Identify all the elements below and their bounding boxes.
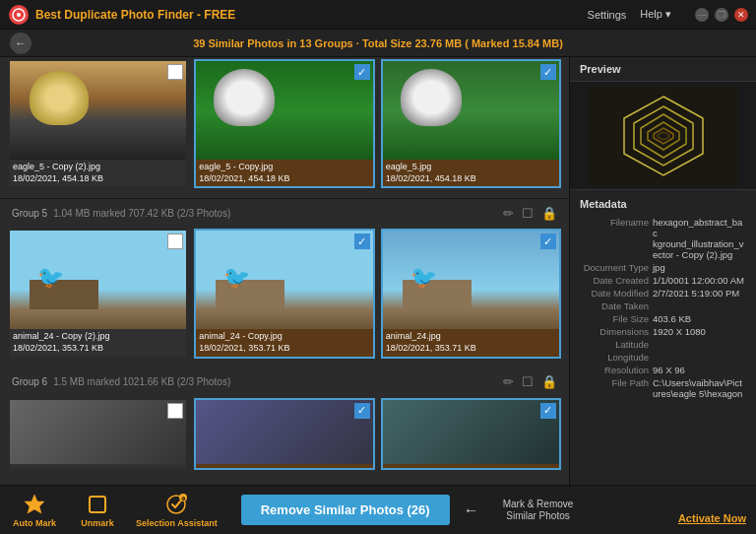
meta-res-row: Resolution 96 X 96 — [570, 364, 756, 376]
photo-thumbnail — [196, 400, 372, 464]
photo-checkbox[interactable] — [167, 64, 183, 80]
photo-checkbox[interactable]: ✓ — [540, 234, 556, 249]
group-stats: 1.04 MB marked 707.42 KB (2/3 Photos) — [53, 208, 230, 219]
unmark-icon — [86, 493, 109, 516]
photo-panel[interactable]: eagle_5 - Copy (2).jpg18/02/2021, 454.18… — [0, 57, 569, 485]
photo-checkbox[interactable] — [167, 403, 183, 419]
meta-modified-row: Date Modified 2/7/2021 5:19:00 PM — [570, 287, 756, 300]
photo-checkbox[interactable] — [167, 234, 183, 249]
preview-image-area — [570, 82, 756, 190]
photo-item[interactable] — [8, 398, 188, 470]
photo-item[interactable]: eagle_5 - Copy (2).jpg18/02/2021, 454.18… — [8, 59, 188, 188]
remove-similar-button[interactable]: Remove Similar Photos (26) — [241, 495, 450, 525]
preview-image-svg — [590, 87, 737, 185]
photo-row-group5: animal_24 - Copy (2).jpg18/02/2021, 353.… — [8, 227, 561, 360]
help-nav[interactable]: Help ▾ — [640, 8, 671, 21]
close-button[interactable]: ✕ — [734, 8, 748, 22]
right-panel: Preview Metadata Filename hexagon_abstra… — [569, 57, 756, 485]
title-bar-right: Settings Help ▾ — ❐ ✕ — [588, 8, 748, 22]
photo-checkbox[interactable]: ✓ — [540, 403, 556, 419]
meta-key: File Path — [580, 377, 649, 399]
photo-label — [10, 464, 186, 468]
meta-val: 96 X 96 — [653, 365, 685, 375]
group-checkbox-icon[interactable]: ☐ — [522, 374, 534, 389]
auto-mark-svg — [23, 493, 46, 516]
photo-thumbnail — [383, 61, 559, 160]
meta-val: C:\Users\vaibhav\Pictures\eagle 5\hexago… — [653, 377, 742, 399]
photo-item[interactable]: animal_24.jpg18/02/2021, 353.71 KB ✓ — [381, 229, 561, 358]
photo-thumbnail — [10, 61, 186, 160]
photo-row-group4: eagle_5 - Copy (2).jpg18/02/2021, 454.18… — [8, 57, 561, 190]
selection-assistant-button[interactable]: ⚙ Selection Assistant — [136, 493, 218, 528]
photo-checkbox[interactable]: ✓ — [354, 64, 370, 80]
group-section-4: eagle_5 - Copy (2).jpg18/02/2021, 454.18… — [0, 57, 569, 199]
unmark-label: Unmark — [81, 518, 114, 528]
meta-val: 1/1/0001 12:00:00 AM — [653, 275, 744, 286]
meta-val: 2/7/2021 5:19:00 PM — [653, 288, 739, 299]
meta-key: Latitude — [580, 339, 649, 350]
photo-checkbox[interactable]: ✓ — [354, 234, 370, 249]
photo-label: animal_24 - Copy (2).jpg18/02/2021, 353.… — [10, 329, 186, 356]
meta-key: Date Modified — [580, 288, 649, 299]
group-header-5: Group 5 1.04 MB marked 707.42 KB (2/3 Ph… — [8, 199, 561, 227]
main-layout: eagle_5 - Copy (2).jpg18/02/2021, 454.18… — [0, 57, 756, 485]
title-bar-left: Best Duplicate Photo Finder - FREE — [8, 4, 235, 26]
photo-item[interactable]: ✓ — [381, 398, 561, 470]
settings-nav[interactable]: Settings — [588, 9, 627, 21]
photo-thumbnail — [383, 400, 559, 464]
group-section-6: Group 6 1.5 MB marked 1021.66 KB (2/3 Ph… — [0, 368, 569, 480]
metadata-section: Metadata Filename hexagon_abstract_backg… — [570, 190, 756, 485]
lock-icon[interactable]: 🔒 — [541, 374, 557, 389]
photo-checkbox[interactable]: ✓ — [540, 64, 556, 80]
photo-item[interactable]: animal_24 - Copy.jpg18/02/2021, 353.71 K… — [194, 229, 374, 358]
group-header-right: ✏ ☐ 🔒 — [503, 374, 557, 389]
sub-header-text: 39 Similar Photos in 13 Groups · Total S… — [193, 37, 563, 49]
meta-key: Document Type — [580, 262, 649, 273]
photo-checkbox[interactable]: ✓ — [354, 403, 370, 419]
group-checkbox-icon[interactable]: ☐ — [522, 206, 534, 221]
edit-icon[interactable]: ✏ — [503, 206, 514, 221]
maximize-button[interactable]: ❐ — [715, 8, 728, 22]
photo-thumbnail — [196, 231, 372, 329]
photo-thumbnail — [383, 231, 559, 329]
svg-rect-3 — [590, 87, 737, 185]
meta-val: jpg — [653, 262, 665, 273]
back-button[interactable]: ← — [10, 33, 32, 54]
unmark-svg — [87, 494, 108, 515]
auto-mark-icon — [23, 493, 46, 516]
photo-label — [383, 464, 559, 468]
photo-thumbnail — [10, 400, 186, 464]
meta-key: File Size — [580, 313, 649, 324]
photo-item[interactable]: eagle_5 - Copy.jpg18/02/2021, 454.18 KB … — [194, 59, 374, 188]
photo-label: animal_24.jpg18/02/2021, 353.71 KB — [383, 329, 559, 356]
bottom-toolbar: Auto Mark Unmark ⚙ Selection Assistant R… — [0, 485, 756, 534]
group-stats: 1.5 MB marked 1021.66 KB (2/3 Photos) — [53, 376, 230, 387]
preview-title: Preview — [570, 57, 756, 82]
auto-mark-button[interactable]: Auto Mark — [10, 493, 59, 528]
photo-item[interactable]: animal_24 - Copy (2).jpg18/02/2021, 353.… — [8, 229, 188, 358]
metadata-title: Metadata — [570, 196, 756, 216]
group-label: Group 5 — [12, 208, 47, 219]
group-section-5: Group 5 1.04 MB marked 707.42 KB (2/3 Ph… — [0, 199, 569, 367]
photo-row-group6: ✓ ✓ — [8, 396, 561, 472]
app-tag-text: FREE — [204, 8, 235, 22]
group-header-6: Group 6 1.5 MB marked 1021.66 KB (2/3 Ph… — [8, 368, 561, 396]
selection-icon-svg: ⚙ — [164, 493, 188, 516]
minimize-button[interactable]: — — [695, 8, 709, 22]
group-header-left: Group 6 1.5 MB marked 1021.66 KB (2/3 Ph… — [12, 376, 230, 387]
meta-key: Dimensions — [580, 326, 649, 337]
meta-val-filename: hexagon_abstract_background_illustration… — [653, 217, 746, 260]
svg-point-2 — [17, 13, 21, 17]
hint-line2: Similar Photos — [506, 510, 569, 522]
meta-lat-row: Latitude — [570, 338, 756, 351]
photo-label: eagle_5 - Copy (2).jpg18/02/2021, 454.18… — [10, 160, 186, 186]
selection-assistant-icon: ⚙ — [164, 493, 188, 516]
unmark-button[interactable]: Unmark — [73, 493, 122, 528]
lock-icon[interactable]: 🔒 — [541, 206, 557, 221]
photo-item[interactable]: ✓ — [194, 398, 374, 470]
meta-doctype-row: Document Type jpg — [570, 261, 756, 274]
edit-icon[interactable]: ✏ — [503, 374, 514, 389]
window-controls: — ❐ ✕ — [695, 8, 748, 22]
activate-now-link[interactable]: Activate Now — [678, 512, 746, 524]
photo-item[interactable]: eagle_5.jpg18/02/2021, 454.18 KB ✓ — [381, 59, 561, 188]
